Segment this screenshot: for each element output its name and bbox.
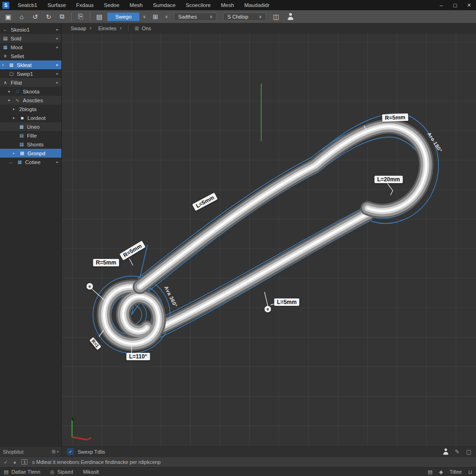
timeline-feature-label: Swexp Tdlis	[78, 449, 105, 455]
open-icon[interactable]: ⌂	[15, 12, 28, 22]
origin-axis-triad	[72, 417, 91, 440]
sketch-icon: ▨	[19, 142, 25, 147]
curve-icon: ∿	[14, 98, 20, 103]
sweep-feature-icon[interactable]: ✓	[67, 448, 74, 455]
chevron-down-icon[interactable]: ▾	[57, 450, 59, 454]
save-icon[interactable]: ▣	[2, 12, 14, 22]
person-icon[interactable]	[288, 13, 293, 20]
chevron-down-icon[interactable]: ∨	[140, 14, 148, 19]
menu-scoecilore[interactable]: Scoecilore	[181, 2, 216, 8]
tree-item-gronpd[interactable]: ▸ ▩ Gronpd	[0, 149, 61, 158]
tree-item-2blogta[interactable]: ▸ 2blogta	[0, 105, 61, 113]
square-icon: ▢	[8, 71, 14, 76]
dots-icon: ∷	[14, 89, 20, 94]
dimension-length-110[interactable]: L=110°	[126, 353, 150, 360]
menu-fxdaus[interactable]: Fxdaus	[71, 2, 99, 8]
redo-icon[interactable]: ↻	[42, 12, 55, 22]
undo-icon[interactable]: ↺	[29, 12, 41, 22]
pin-needle-wire[interactable]	[146, 214, 368, 334]
dimension-length-5-right[interactable]: L=5mm	[274, 298, 299, 306]
bottom-item-data[interactable]: Datlae Tlenn	[11, 469, 40, 475]
tree-item-sellet[interactable]: ≡ Sellet	[0, 52, 61, 60]
tree-item-fillat[interactable]: ∧ Fillat ►	[0, 78, 61, 87]
menu-maudadidr[interactable]: Maudadidr	[239, 2, 274, 8]
file-icon: ▤	[19, 133, 25, 138]
viewport-3d[interactable]: R=5mm Aro 180° L=20mm L=5mm R=5mm R=5mm …	[62, 33, 476, 446]
tree-item-swep1[interactable]: ▢ Swep1 ►	[0, 69, 61, 78]
tree-item-skesio1[interactable]: ← Skesio1 ►	[0, 25, 61, 34]
menu-surface-2[interactable]: Sumdace	[148, 2, 181, 8]
tree-item-fllle[interactable]: ▤ Fllle	[0, 131, 61, 140]
bottom-title-label[interactable]: Titlee	[450, 469, 462, 475]
back-arrow-icon: ←	[8, 159, 14, 165]
document-edit-icon[interactable]: ▤	[93, 12, 106, 22]
paste-icon[interactable]: ⎘	[74, 12, 87, 22]
menu-mesh-2[interactable]: Mesh	[216, 2, 239, 8]
expand-arrow-icon[interactable]: ▸	[13, 107, 17, 111]
chevron-down-icon[interactable]: ∨	[89, 26, 99, 30]
frame-icon[interactable]: ▢	[466, 449, 471, 455]
dimension-radius-left[interactable]: R=5mm	[93, 259, 119, 266]
canvas-toolbar: Swaap ∨ Einxrles ∨ ▥ Ons	[62, 23, 476, 33]
maximize-button[interactable]: ▢	[448, 3, 462, 8]
bottom-item-speed[interactable]: Sipaed	[57, 469, 73, 475]
tree-item-lordeot[interactable]: ▸ ■ Lordeot	[0, 113, 61, 122]
tree-item-uneo[interactable]: ▦ Uneo	[0, 122, 61, 131]
cad-application-window: S Seatcb1 Surfase Fxdaus Sedoe Mesh Sumd…	[0, 0, 476, 476]
bottom-item-mikaslt[interactable]: Mikaslt	[83, 469, 99, 475]
chevron-down-icon[interactable]: ∨	[119, 26, 129, 30]
chevron-down-icon: ∨	[254, 14, 262, 19]
stack-icon: ≡	[2, 53, 8, 59]
tree-item-sold[interactable]: ▤ Sold ►	[0, 34, 61, 43]
endpoint-marker-left[interactable]: e	[86, 283, 93, 290]
body-icon: ▦	[17, 159, 23, 165]
dimension-length-20[interactable]: L=20mm	[374, 176, 403, 183]
copy-icon[interactable]: ⧉	[56, 12, 68, 22]
dimension-radius-top[interactable]: R=5mm	[382, 113, 408, 122]
ons-menu-item[interactable]: Ons	[142, 26, 154, 31]
grid-options-icon[interactable]: ⊞	[149, 12, 162, 22]
box-icon: ▦	[2, 45, 8, 50]
sweep-tool-button[interactable]: Swego	[107, 13, 139, 21]
diamond-icon[interactable]: ◆	[439, 469, 443, 475]
wire-construction-lines	[138, 113, 438, 342]
minimize-button[interactable]: –	[434, 2, 448, 8]
layers-icon[interactable]: ◫	[270, 12, 282, 22]
settings-dropdown[interactable]: Sadthes ∨	[174, 13, 217, 21]
tree-item-shonts[interactable]: ▨ Shonts	[0, 140, 61, 149]
panel-title: Shopbitut	[3, 449, 23, 455]
tree-item-skleat[interactable]: ▸ ▦ Skleat ►	[0, 60, 61, 69]
chevron-down-icon: ∨	[205, 14, 213, 19]
menu-sedoe[interactable]: Sedoe	[99, 2, 125, 8]
warning-triangle-icon: ▲	[13, 460, 17, 464]
tree-item-aoscties[interactable]: ▸ ∿ Aoscties	[0, 96, 61, 105]
pin-coil-spring[interactable]	[104, 287, 159, 344]
close-button[interactable]: ✕	[462, 2, 476, 8]
expand-arrow-icon[interactable]: ▸	[8, 98, 12, 102]
tray-icon[interactable]: ⊔	[468, 469, 472, 475]
tree-item-skoota[interactable]: ▸ ∷ Skoota	[0, 87, 61, 96]
entries-menu-item[interactable]: Einxrles	[99, 26, 119, 31]
expand-arrow-icon[interactable]: ▸	[13, 151, 17, 155]
chevron-down-icon[interactable]: ∨	[163, 14, 171, 19]
menu-sketch[interactable]: Seatcb1	[13, 2, 42, 8]
expand-arrow-icon[interactable]: ▸	[2, 63, 6, 67]
browser-panel-footer: Shopbitut ⊞ ▾	[0, 446, 62, 456]
menu-surface-1[interactable]: Surfase	[42, 2, 71, 8]
expand-arrow-icon[interactable]: ▸	[8, 89, 12, 93]
tree-item-moot[interactable]: ▦ Moot ►	[0, 43, 61, 52]
grid-view-icon[interactable]: ⊞	[52, 449, 55, 454]
tree-item-cotiee[interactable]: ← ▦ Cotiee ►	[0, 158, 61, 166]
toolbar-divider	[71, 13, 72, 21]
expand-right-icon: ►	[56, 28, 59, 31]
expand-arrow-icon[interactable]: ▸	[13, 116, 17, 120]
pencil-icon[interactable]: ✎	[455, 449, 460, 455]
menu-mesh-1[interactable]: Mesh	[125, 2, 148, 8]
collaborate-icon[interactable]	[443, 449, 448, 455]
display-dropdown[interactable]: S Chdisp ∨	[223, 13, 266, 21]
table-icon: ▦	[19, 124, 25, 129]
sweep-menu-item[interactable]: Swaap	[71, 26, 89, 31]
list-panel-icon[interactable]: ▤	[428, 469, 432, 475]
timeline-bar: ✓ Swexp Tdlis ✎ ▢	[62, 446, 476, 456]
endpoint-marker-right[interactable]: e	[264, 306, 271, 312]
